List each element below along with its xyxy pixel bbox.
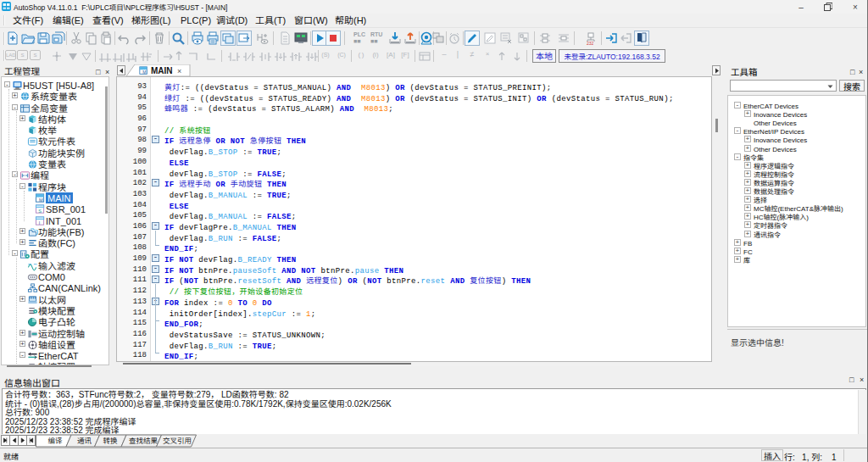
svg-text:232: 232 xyxy=(587,41,594,46)
svg-text:M: M xyxy=(142,70,146,75)
svg-text:M: M xyxy=(39,198,43,203)
svg-text:S: S xyxy=(38,209,42,214)
